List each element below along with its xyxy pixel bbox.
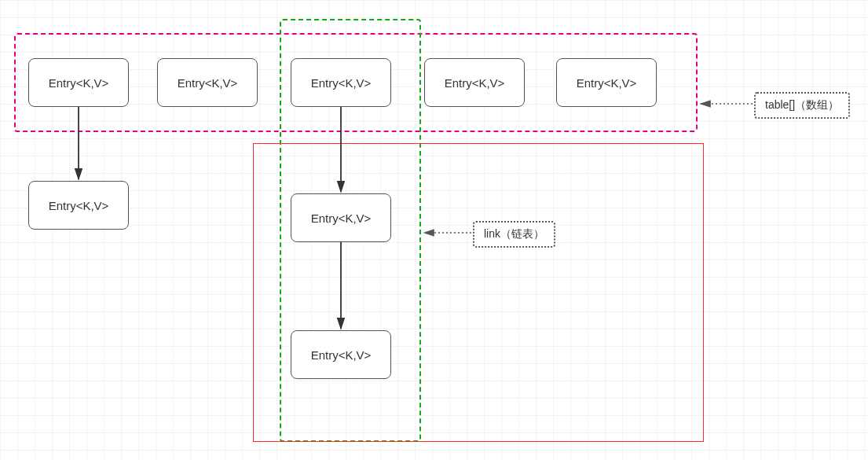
entry-node-chain-mid-2: Entry<K,V>: [291, 330, 391, 379]
entry-node-bucket-4: Entry<K,V>: [556, 58, 657, 107]
entry-node-bucket-2: Entry<K,V>: [291, 58, 391, 107]
entry-node-chain-left: Entry<K,V>: [28, 181, 129, 230]
link-label: link（链表）: [473, 221, 555, 248]
entry-node-bucket-1: Entry<K,V>: [157, 58, 258, 107]
table-label: table[]（数组）: [754, 92, 850, 119]
entry-node-chain-mid-1: Entry<K,V>: [291, 193, 391, 242]
highlight-region: [253, 143, 704, 442]
entry-node-bucket-3: Entry<K,V>: [424, 58, 525, 107]
entry-node-bucket-0: Entry<K,V>: [28, 58, 129, 107]
